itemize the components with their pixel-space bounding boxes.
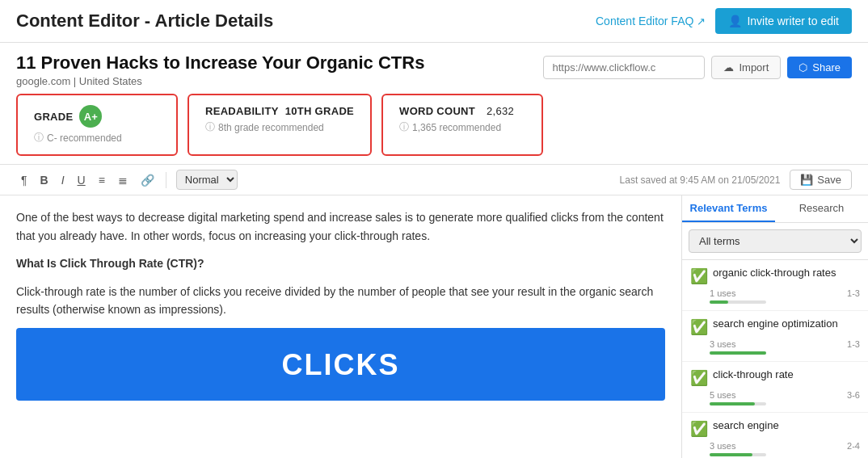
term-header: ✅ organic click-through rates (690, 267, 860, 285)
term-check-icon: ✅ (690, 420, 708, 438)
term-item: ✅ organic click-through rates 1 uses 1-3 (682, 260, 868, 311)
faq-link-text: Content Editor FAQ (596, 15, 693, 27)
wordcount-rec: ⓘ 1,365 recommended (399, 120, 525, 134)
editor-paragraph-2: Click-through rate is the number of clic… (16, 283, 665, 319)
list-ul-button[interactable]: ≡ (94, 170, 110, 190)
term-check-icon: ✅ (690, 318, 708, 336)
list-ol-button[interactable]: ≣ (113, 170, 133, 190)
underline-icon: U (78, 174, 86, 187)
term-stats: 5 uses 3-6 (690, 390, 860, 400)
term-bar-container (710, 402, 766, 405)
sidebar-filter: All terms Used Unused (682, 223, 868, 260)
grade-card: GRADE A+ ⓘ C- recommended (16, 94, 178, 156)
paragraph-button[interactable]: ¶ (16, 170, 32, 190)
external-link-icon: ↗ (697, 15, 706, 27)
editor-image-text: CLICKS (282, 342, 400, 389)
editor-area[interactable]: One of the best ways to decrease digital… (0, 195, 682, 458)
grade-text: GRADE (34, 111, 73, 123)
term-check-icon: ✅ (690, 369, 708, 387)
term-uses: 3 uses (710, 441, 735, 451)
term-bar (710, 402, 755, 405)
term-bar (710, 351, 766, 355)
tab-research[interactable]: Research (775, 195, 868, 222)
save-label: Save (817, 174, 841, 186)
term-name: click-through rate (713, 368, 860, 380)
term-check-icon: ✅ (690, 267, 708, 285)
term-name: organic click-through rates (713, 267, 860, 279)
readability-text: READABILITY (205, 105, 279, 117)
term-range: 3-6 (847, 390, 860, 400)
readability-label: READABILITY 10th grade (205, 105, 354, 117)
bold-button[interactable]: B (36, 170, 53, 190)
link-icon: 🔗 (141, 174, 154, 187)
terms-filter-select[interactable]: All terms Used Unused (689, 229, 862, 253)
url-input[interactable] (543, 56, 705, 79)
import-label: Import (739, 61, 769, 74)
metrics-row: GRADE A+ ⓘ C- recommended READABILITY 10… (0, 94, 868, 164)
wordcount-value: 2,632 (487, 105, 514, 117)
italic-icon: I (61, 174, 65, 187)
wordcount-label: WORD COUNT 2,632 (399, 105, 525, 117)
page-title: Content Editor - Article Details (16, 11, 273, 32)
term-header: ✅ click-through rate (690, 368, 860, 387)
wordcount-text: WORD COUNT (399, 105, 475, 117)
toolbar-separator (166, 172, 166, 188)
editor-heading-1: What Is Click Through Rate (CTR)? (16, 254, 665, 272)
article-header: 11 Proven Hacks to Increase Your Organic… (0, 43, 868, 94)
header-actions: Content Editor FAQ ↗ 👤 Invite writer to … (596, 8, 852, 34)
save-button[interactable]: 💾 Save (790, 170, 852, 190)
term-bar (710, 453, 752, 456)
term-stats: 3 uses 2-4 (690, 441, 860, 451)
invite-icon: 👤 (728, 15, 742, 27)
underline-button[interactable]: U (73, 170, 91, 190)
import-button[interactable]: ☁ Import (711, 56, 781, 79)
main-area: One of the best ways to decrease digital… (0, 195, 868, 458)
invite-writer-button[interactable]: 👤 Invite writer to edit (715, 8, 852, 34)
term-bar (710, 300, 728, 304)
readability-card: READABILITY 10th grade ⓘ 8th grade recom… (188, 94, 372, 156)
term-range: 1-3 (847, 288, 860, 298)
term-range: 1-3 (847, 339, 860, 349)
header: Content Editor - Article Details Content… (0, 0, 868, 43)
italic-button[interactable]: I (57, 170, 70, 190)
term-header: ✅ search engine optimization (690, 317, 860, 336)
term-header: ✅ search engine (690, 419, 860, 438)
sidebar-tabs: Relevant Terms Research (682, 195, 868, 223)
tab-relevant-terms[interactable]: Relevant Terms (682, 195, 775, 222)
term-uses: 5 uses (710, 390, 735, 400)
share-label: Share (812, 61, 841, 74)
term-bar-container (710, 351, 766, 355)
term-bar-container (710, 453, 766, 456)
grade-rec-icon: ⓘ (34, 131, 44, 145)
import-icon: ☁ (723, 61, 734, 74)
term-item: ✅ search engine 3 uses 2-4 (682, 413, 868, 458)
article-title: 11 Proven Hacks to Increase Your Organic… (16, 53, 543, 74)
article-title-section: 11 Proven Hacks to Increase Your Organic… (16, 53, 543, 87)
sidebar: Relevant Terms Research All terms Used U… (682, 195, 868, 458)
term-range: 2-4 (847, 441, 860, 451)
share-button[interactable]: ⬡ Share (787, 57, 852, 78)
term-item: ✅ search engine optimization 3 uses 1-3 (682, 311, 868, 362)
term-item: ✅ click-through rate 5 uses 3-6 (682, 362, 868, 413)
article-meta: google.com | United States (16, 75, 543, 87)
faq-link[interactable]: Content Editor FAQ ↗ (596, 15, 706, 27)
link-button[interactable]: 🔗 (136, 170, 159, 190)
list-ol-icon: ≣ (118, 174, 128, 187)
tab-relevant-label: Relevant Terms (690, 202, 768, 214)
save-icon: 💾 (800, 174, 813, 186)
term-uses: 1 uses (710, 288, 735, 298)
grade-rec: ⓘ C- recommended (34, 131, 160, 145)
paragraph-icon: ¶ (21, 174, 27, 187)
grade-label: GRADE A+ (34, 105, 160, 128)
article-url-section: ☁ Import ⬡ Share (543, 56, 852, 79)
format-select[interactable]: Normal (176, 170, 238, 190)
grade-badge: A+ (79, 105, 102, 128)
wordcount-rec-icon: ⓘ (399, 120, 409, 134)
readability-rec: ⓘ 8th grade recommended (205, 120, 354, 134)
list-ul-icon: ≡ (99, 174, 105, 187)
readability-rec-icon: ⓘ (205, 120, 215, 134)
invite-label: Invite writer to edit (747, 15, 839, 27)
editor-paragraph-1: One of the best ways to decrease digital… (16, 208, 665, 245)
term-list: ✅ organic click-through rates 1 uses 1-3… (682, 260, 868, 458)
term-name: search engine (713, 419, 860, 431)
